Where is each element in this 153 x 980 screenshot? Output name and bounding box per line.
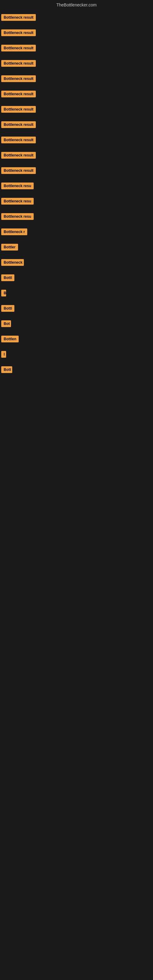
bottleneck-badge-12: Bottleneck resu [1,183,33,189]
bottleneck-badge-7: Bottleneck result [1,106,36,113]
bottleneck-badge-19: B [1,290,6,296]
badge-row-7: Bottleneck result [0,102,153,117]
badge-row-24: Bott [0,362,153,377]
bottleneck-badge-21: Bot [1,320,11,327]
badge-row-8: Bottleneck result [0,117,153,132]
bottleneck-badge-6: Bottleneck result [1,91,36,97]
bottleneck-badge-17: Bottleneck [1,259,24,266]
badge-row-21: Bot [0,316,153,331]
bottleneck-badge-16: Bottler [1,244,18,250]
badge-row-23: I [0,347,153,362]
badge-row-10: Bottleneck result [0,148,153,163]
badge-row-15: Bottleneck r [0,224,153,240]
badge-row-5: Bottleneck result [0,71,153,86]
badge-row-4: Bottleneck result [0,56,153,71]
badge-row-17: Bottleneck [0,255,153,270]
bottleneck-badge-1: Bottleneck result [1,14,36,21]
bottleneck-badge-13: Bottleneck resu [1,198,33,205]
bottleneck-badge-15: Bottleneck r [1,229,27,235]
bottleneck-badge-8: Bottleneck result [1,121,36,128]
bottleneck-badge-22: Bottlen [1,336,19,342]
badge-row-9: Bottleneck result [0,132,153,148]
badges-container: Bottleneck resultBottleneck resultBottle… [0,10,153,377]
badge-row-12: Bottleneck resu [0,178,153,194]
bottleneck-badge-2: Bottleneck result [1,29,36,36]
site-title: TheBottlenecker.com [0,0,153,10]
bottleneck-badge-9: Bottleneck result [1,137,36,143]
bottleneck-badge-14: Bottleneck resu [1,213,33,220]
badge-row-16: Bottler [0,240,153,255]
badge-row-11: Bottleneck result [0,163,153,178]
badge-row-22: Bottlen [0,331,153,347]
badge-row-3: Bottleneck result [0,40,153,56]
badge-row-14: Bottleneck resu [0,209,153,224]
badge-row-19: B [0,285,153,301]
bottleneck-badge-11: Bottleneck result [1,167,36,174]
badge-row-6: Bottleneck result [0,86,153,102]
bottleneck-badge-10: Bottleneck result [1,152,36,159]
bottleneck-badge-23: I [1,351,6,358]
badge-row-1: Bottleneck result [0,10,153,25]
bottleneck-badge-4: Bottleneck result [1,60,36,67]
badge-row-13: Bottleneck resu [0,194,153,209]
badge-row-2: Bottleneck result [0,25,153,40]
badge-row-20: Bottl [0,301,153,316]
bottleneck-badge-3: Bottleneck result [1,45,36,51]
bottleneck-badge-5: Bottleneck result [1,75,36,82]
bottleneck-badge-20: Bottl [1,305,14,312]
badge-row-18: Bottl [0,270,153,285]
bottleneck-badge-24: Bott [1,366,12,373]
site-title-bar: TheBottlenecker.com [0,0,153,10]
bottleneck-badge-18: Bottl [1,274,14,281]
